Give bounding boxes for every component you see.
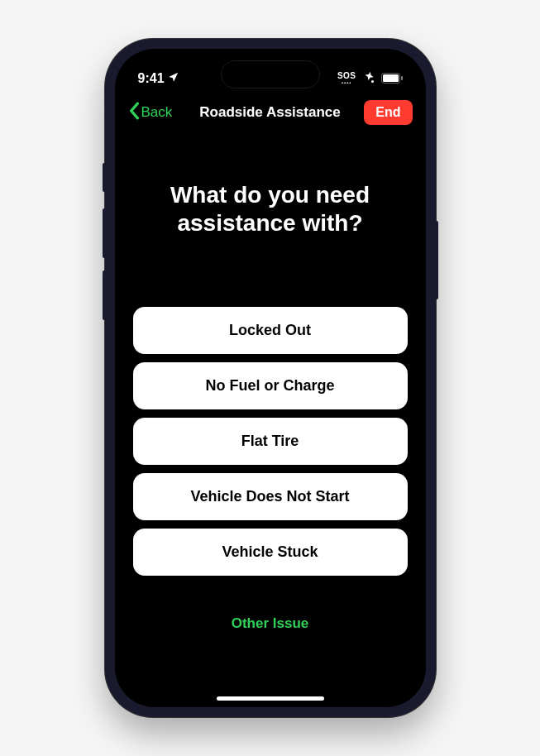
- status-left: 9:41: [138, 71, 179, 86]
- phone-frame: 9:41 SOS ••••: [105, 39, 436, 717]
- status-time: 9:41: [138, 71, 165, 86]
- other-issue-button[interactable]: Other Issue: [133, 615, 408, 632]
- sos-indicator: SOS ••••: [337, 72, 356, 85]
- silent-switch: [103, 163, 105, 192]
- satellite-icon: [361, 70, 376, 87]
- option-no-start[interactable]: Vehicle Does Not Start: [133, 473, 408, 520]
- svg-rect-3: [401, 76, 403, 80]
- status-right: SOS ••••: [337, 70, 403, 87]
- back-button[interactable]: Back: [128, 102, 173, 124]
- power-button: [436, 221, 438, 299]
- dynamic-island: [221, 60, 320, 89]
- volume-up-button: [103, 208, 105, 258]
- location-icon: [168, 71, 179, 86]
- content: What do you need assistance with? Locked…: [115, 132, 426, 707]
- back-label: Back: [141, 104, 173, 121]
- screen: 9:41 SOS ••••: [115, 49, 426, 707]
- home-indicator[interactable]: [217, 696, 324, 701]
- options-list: Locked Out No Fuel or Charge Flat Tire V…: [133, 307, 408, 576]
- nav-bar: Back Roadside Assistance End: [115, 93, 426, 132]
- battery-icon: [381, 73, 403, 85]
- option-stuck[interactable]: Vehicle Stuck: [133, 529, 408, 576]
- nav-title: Roadside Assistance: [199, 104, 340, 121]
- option-flat-tire[interactable]: Flat Tire: [133, 418, 408, 465]
- chevron-left-icon: [128, 102, 140, 124]
- option-locked-out[interactable]: Locked Out: [133, 307, 408, 354]
- end-button[interactable]: End: [364, 100, 412, 125]
- page-heading: What do you need assistance with?: [133, 181, 408, 237]
- svg-rect-2: [383, 74, 399, 82]
- volume-down-button: [103, 270, 105, 320]
- svg-point-0: [371, 80, 374, 83]
- option-no-fuel[interactable]: No Fuel or Charge: [133, 362, 408, 409]
